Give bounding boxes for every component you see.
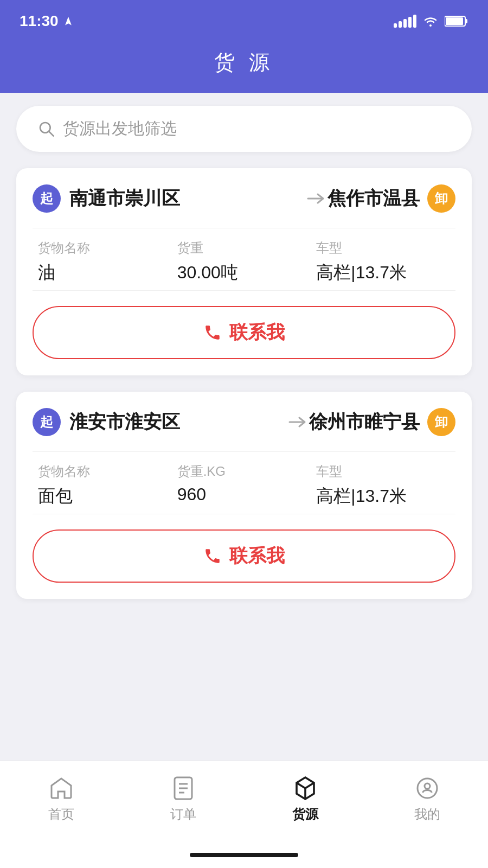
weight-value-1: 30.00吨	[177, 261, 311, 285]
cargo-icon	[292, 775, 318, 801]
search-bar[interactable]: 货源出发地筛选	[16, 106, 472, 152]
nav-item-home[interactable]: 首页	[0, 761, 122, 837]
time-display: 11:30	[20, 12, 59, 30]
cargo-item-1: 货物名称 油	[38, 239, 172, 285]
status-bar: 11:30	[0, 0, 488, 38]
contact-btn-text-1: 联系我	[229, 320, 285, 345]
arrow-icon-2	[287, 414, 309, 430]
nav-item-orders[interactable]: 订单	[122, 761, 244, 837]
contact-button-2[interactable]: 联系我	[33, 529, 455, 583]
dest-name-1: 焦作市温县	[328, 186, 420, 211]
vehicle-value-1: 高栏|13.7米	[316, 261, 450, 285]
nav-item-cargo[interactable]: 货源	[244, 761, 366, 837]
origin-badge-2: 起	[33, 408, 61, 436]
svg-point-11	[425, 783, 430, 789]
cargo-label-2: 货物名称	[38, 463, 172, 480]
status-icons	[394, 15, 468, 28]
contact-button-1[interactable]: 联系我	[33, 306, 455, 359]
orders-icon	[170, 775, 196, 801]
home-indicator	[0, 847, 488, 868]
cargo-item-2: 货物名称 面包	[38, 463, 172, 508]
signal-icon	[394, 15, 416, 28]
origin-name-2: 淮安市淮安区	[69, 410, 287, 435]
status-time: 11:30	[20, 12, 74, 30]
svg-rect-1	[446, 17, 463, 25]
route-row-1: 起 南通市崇川区 焦作市温县 卸	[33, 184, 455, 213]
svg-rect-2	[465, 19, 467, 23]
nav-label-cargo: 货源	[292, 806, 318, 823]
bottom-nav: 首页 订单 货源 我的	[0, 761, 488, 847]
cargo-value-1: 油	[38, 261, 172, 285]
info-grid-2: 货物名称 面包 货重.KG 960 车型 高栏|13.7米	[33, 451, 455, 514]
weight-item-1: 货重 30.00吨	[177, 239, 311, 285]
nav-label-home: 首页	[48, 806, 74, 823]
dest-name-2: 徐州市睢宁县	[309, 410, 420, 435]
search-icon	[38, 120, 55, 138]
vehicle-label-2: 车型	[316, 463, 450, 480]
mine-icon	[414, 775, 440, 801]
battery-icon	[445, 15, 468, 28]
weight-value-2: 960	[177, 484, 311, 505]
cargo-card-2: 起 淮安市淮安区 徐州市睢宁县 卸 货物名称 面包 货重.KG 960 车型	[16, 392, 472, 599]
vehicle-item-1: 车型 高栏|13.7米	[316, 239, 450, 285]
arrow-icon-1	[306, 191, 328, 206]
cargo-value-2: 面包	[38, 484, 172, 508]
wifi-icon	[422, 15, 439, 28]
phone-icon-2	[203, 547, 222, 565]
weight-label-1: 货重	[177, 239, 311, 257]
vehicle-label-1: 车型	[316, 239, 450, 257]
contact-btn-text-2: 联系我	[229, 544, 285, 569]
origin-badge-1: 起	[33, 184, 61, 213]
weight-item-2: 货重.KG 960	[177, 463, 311, 508]
vehicle-item-2: 车型 高栏|13.7米	[316, 463, 450, 508]
location-icon	[63, 15, 74, 28]
cargo-label-1: 货物名称	[38, 239, 172, 257]
origin-name-1: 南通市崇川区	[69, 186, 306, 211]
main-content: 货源出发地筛选 起 南通市崇川区 焦作市温县 卸 货物名称 油 货重	[0, 93, 488, 761]
svg-point-3	[40, 123, 50, 133]
home-icon	[48, 775, 74, 801]
cargo-card-1: 起 南通市崇川区 焦作市温县 卸 货物名称 油 货重 30.00吨 车型	[16, 168, 472, 375]
search-placeholder: 货源出发地筛选	[63, 118, 177, 140]
weight-label-2: 货重.KG	[177, 463, 311, 480]
page-header: 货 源	[0, 38, 488, 93]
unload-badge-1: 卸	[427, 184, 455, 213]
phone-icon-1	[203, 323, 222, 342]
nav-item-mine[interactable]: 我的	[366, 761, 488, 837]
route-row-2: 起 淮安市淮安区 徐州市睢宁县 卸	[33, 408, 455, 436]
nav-label-orders: 订单	[170, 806, 196, 823]
vehicle-value-2: 高栏|13.7米	[316, 484, 450, 508]
page-title: 货 源	[0, 49, 488, 76]
nav-label-mine: 我的	[414, 806, 440, 823]
info-grid-1: 货物名称 油 货重 30.00吨 车型 高栏|13.7米	[33, 228, 455, 291]
svg-line-4	[49, 131, 54, 136]
unload-badge-2: 卸	[427, 408, 455, 436]
home-indicator-bar	[190, 853, 298, 857]
